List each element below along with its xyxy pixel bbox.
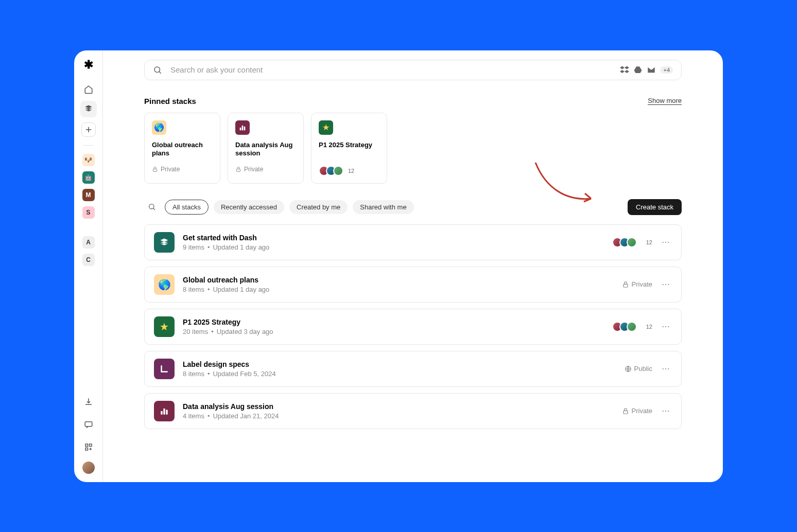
svg-rect-15: [166, 410, 167, 414]
workspace-1[interactable]: 🐶: [82, 154, 95, 166]
stack-meta: 8 items•Updated 1 day ago: [183, 286, 614, 293]
app-logo[interactable]: ✱: [82, 59, 95, 71]
workspace-6[interactable]: C: [82, 254, 95, 266]
workspace-2[interactable]: 🤖: [82, 171, 95, 184]
pinned-card-global[interactable]: 🌎 Global outreach plans Private: [144, 113, 220, 184]
visibility-private: Private: [622, 280, 652, 288]
svg-rect-16: [623, 411, 627, 414]
nav-home[interactable]: [80, 81, 97, 98]
svg-rect-11: [623, 284, 627, 287]
member-count: 12: [646, 239, 652, 245]
pinned-heading: Pinned stacks: [144, 97, 196, 105]
stack-meta: 4 items•Updated Jan 21, 2024: [183, 412, 614, 420]
stack-title: Get started with Dash: [183, 234, 604, 242]
svg-point-10: [149, 204, 154, 209]
grid-icon: [84, 442, 93, 452]
stack-title: Global outreach plans: [183, 276, 614, 284]
search-bar[interactable]: +4: [144, 60, 682, 80]
stack-row-strategy[interactable]: ★ P1 2025 Strategy 20 items•Updated 3 da…: [144, 309, 682, 345]
workspace-4[interactable]: S: [82, 206, 95, 219]
stack-row-label[interactable]: Label design specs 8 items•Updated Feb 5…: [144, 351, 682, 387]
create-stack-button[interactable]: Create stack: [628, 199, 682, 215]
privacy-indicator: Private: [152, 166, 213, 173]
globe-icon: 🌎: [154, 274, 175, 295]
search-icon: [153, 65, 162, 75]
more-button[interactable]: ⋯: [660, 363, 672, 375]
chart-icon: [154, 401, 175, 421]
members-cluster: [612, 237, 637, 247]
nav-stacks[interactable]: [80, 101, 97, 117]
svg-rect-5: [153, 169, 157, 171]
filter-created-by-me[interactable]: Created by me: [289, 200, 348, 214]
filter-all-stacks[interactable]: All stacks: [165, 200, 209, 215]
svg-rect-8: [244, 127, 246, 130]
member-count: 12: [646, 324, 652, 330]
gmail-icon: [647, 65, 656, 75]
privacy-indicator: Private: [235, 166, 296, 173]
plus-icon: [84, 125, 93, 134]
user-avatar[interactable]: [82, 462, 95, 474]
members-indicator: 12: [319, 166, 379, 176]
stack-title: P1 2025 Strategy: [183, 318, 604, 326]
nav-add[interactable]: [81, 122, 96, 137]
download-icon: [84, 397, 93, 406]
workspace-5[interactable]: A: [82, 236, 95, 249]
stacks-icon: [84, 104, 93, 114]
nav-chat[interactable]: [80, 416, 97, 433]
star-icon: ★: [154, 316, 175, 337]
filter-recently-accessed[interactable]: Recently accessed: [214, 200, 284, 214]
svg-rect-13: [161, 411, 162, 415]
more-button[interactable]: ⋯: [660, 321, 672, 333]
show-more-link[interactable]: Show more: [648, 97, 682, 105]
dropbox-icon: [620, 65, 629, 75]
svg-point-4: [154, 67, 160, 73]
connected-apps: +4: [620, 65, 673, 75]
nav-download[interactable]: [80, 394, 97, 410]
svg-rect-2: [89, 444, 92, 447]
stack-row-global[interactable]: 🌎 Global outreach plans 8 items•Updated …: [144, 267, 682, 303]
stack-row-dash[interactable]: Get started with Dash 9 items•Updated 1 …: [144, 224, 682, 260]
member-count: 12: [348, 168, 354, 174]
visibility-private: Private: [622, 407, 652, 415]
ruler-icon: [154, 359, 175, 379]
chart-icon: [235, 120, 250, 135]
svg-rect-6: [240, 128, 241, 130]
filter-shared-with-me[interactable]: Shared with me: [353, 200, 413, 214]
nav-apps[interactable]: [80, 439, 97, 455]
pinned-title: Data analysis Aug session: [235, 141, 296, 158]
stack-meta: 20 items•Updated 3 day ago: [183, 328, 604, 335]
lock-icon: [235, 166, 241, 172]
visibility-public: Public: [625, 365, 652, 373]
globe-icon: [625, 365, 632, 373]
svg-rect-3: [85, 448, 88, 450]
filter-search-button[interactable]: [144, 199, 160, 215]
more-button[interactable]: ⋯: [660, 405, 672, 417]
more-button[interactable]: ⋯: [660, 278, 672, 291]
filter-row: All stacks Recently accessed Created by …: [144, 199, 682, 215]
svg-rect-9: [237, 169, 240, 171]
svg-rect-0: [85, 421, 92, 426]
svg-rect-1: [85, 444, 88, 447]
pinned-row: 🌎 Global outreach plans Private Data ana…: [144, 113, 682, 184]
globe-icon: 🌎: [152, 120, 166, 135]
more-apps-badge[interactable]: +4: [660, 66, 673, 74]
pinned-title: Global outreach plans: [152, 141, 213, 158]
stack-meta: 9 items•Updated 1 day ago: [183, 243, 604, 251]
more-button[interactable]: ⋯: [660, 236, 672, 249]
pinned-card-strategy[interactable]: ★ P1 2025 Strategy 12: [311, 113, 387, 184]
search-input[interactable]: [170, 65, 612, 74]
home-icon: [84, 85, 93, 94]
search-icon: [148, 203, 156, 211]
divider: [83, 145, 94, 146]
stack-title: Label design specs: [183, 360, 616, 368]
member-avatar: [333, 166, 343, 176]
pinned-card-analysis[interactable]: Data analysis Aug session Private: [228, 113, 304, 184]
main-content: +4 Pinned stacks Show more 🌎 Global outr…: [103, 50, 723, 482]
pinned-title: P1 2025 Strategy: [319, 141, 379, 158]
workspace-3[interactable]: M: [82, 189, 95, 201]
sidebar: ✱ 🐶 🤖 M S A C: [74, 50, 103, 482]
stack-row-analysis[interactable]: Data analysis Aug session 4 items•Update…: [144, 393, 682, 429]
lock-icon: [622, 407, 629, 415]
app-window: ✱ 🐶 🤖 M S A C: [74, 50, 723, 482]
star-icon: ★: [319, 120, 333, 135]
